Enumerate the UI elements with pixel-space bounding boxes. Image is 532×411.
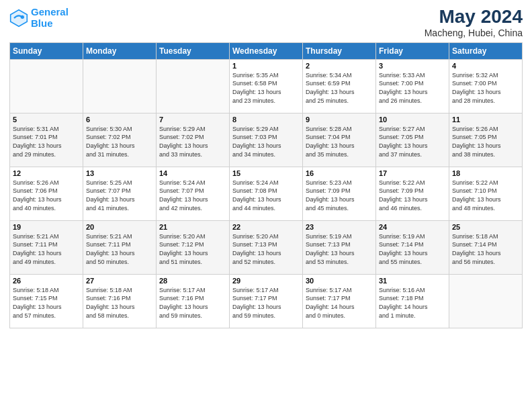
day-info: Sunrise: 5:32 AM Sunset: 7:00 PM Dayligh…	[452, 71, 519, 105]
day-cell: 4Sunrise: 5:32 AM Sunset: 7:00 PM Daylig…	[449, 59, 523, 113]
day-info: Sunrise: 5:16 AM Sunset: 7:18 PM Dayligh…	[379, 286, 446, 320]
calendar-title: May 2024	[425, 7, 523, 28]
day-number: 25	[452, 223, 519, 231]
day-cell: 21Sunrise: 5:20 AM Sunset: 7:12 PM Dayli…	[157, 220, 230, 274]
day-info: Sunrise: 5:25 AM Sunset: 7:07 PM Dayligh…	[86, 179, 153, 212]
day-info: Sunrise: 5:22 AM Sunset: 7:09 PM Dayligh…	[379, 179, 446, 212]
day-info: Sunrise: 5:26 AM Sunset: 7:05 PM Dayligh…	[452, 125, 519, 158]
day-cell: 28Sunrise: 5:17 AM Sunset: 7:16 PM Dayli…	[157, 274, 230, 328]
day-number: 12	[13, 169, 80, 177]
main-container: General Blue May 2024 Macheng, Hubei, Ch…	[0, 0, 532, 335]
day-info: Sunrise: 5:34 AM Sunset: 6:59 PM Dayligh…	[306, 71, 373, 105]
calendar-table: SundayMondayTuesdayWednesdayThursdayFrid…	[9, 42, 523, 328]
day-number: 26	[13, 277, 80, 285]
day-number: 14	[159, 169, 226, 177]
day-cell: 19Sunrise: 5:21 AM Sunset: 7:11 PM Dayli…	[10, 220, 83, 274]
day-cell	[83, 59, 157, 113]
header-sunday: Sunday	[10, 42, 83, 59]
day-info: Sunrise: 5:17 AM Sunset: 7:17 PM Dayligh…	[306, 286, 373, 320]
day-cell	[10, 59, 83, 113]
day-cell: 5Sunrise: 5:31 AM Sunset: 7:01 PM Daylig…	[10, 113, 83, 167]
day-info: Sunrise: 5:23 AM Sunset: 7:09 PM Dayligh…	[306, 179, 373, 212]
day-number: 5	[13, 116, 80, 124]
header-monday: Monday	[83, 42, 157, 59]
day-info: Sunrise: 5:24 AM Sunset: 7:08 PM Dayligh…	[232, 179, 300, 212]
day-cell: 15Sunrise: 5:24 AM Sunset: 7:08 PM Dayli…	[230, 167, 303, 220]
day-cell: 24Sunrise: 5:19 AM Sunset: 7:14 PM Dayli…	[376, 220, 449, 274]
day-cell: 7Sunrise: 5:29 AM Sunset: 7:02 PM Daylig…	[157, 113, 230, 167]
day-number: 11	[452, 116, 519, 124]
day-number: 17	[379, 169, 446, 177]
day-number: 31	[379, 277, 446, 285]
day-number: 15	[232, 169, 300, 177]
day-cell: 3Sunrise: 5:33 AM Sunset: 7:00 PM Daylig…	[376, 59, 449, 113]
day-info: Sunrise: 5:17 AM Sunset: 7:17 PM Dayligh…	[232, 286, 300, 320]
week-row-3: 19Sunrise: 5:21 AM Sunset: 7:11 PM Dayli…	[10, 220, 523, 274]
day-cell: 29Sunrise: 5:17 AM Sunset: 7:17 PM Dayli…	[230, 274, 303, 328]
day-info: Sunrise: 5:20 AM Sunset: 7:13 PM Dayligh…	[232, 232, 300, 266]
day-cell: 1Sunrise: 5:35 AM Sunset: 6:58 PM Daylig…	[230, 59, 303, 113]
logo: General Blue	[9, 7, 69, 29]
day-number: 9	[306, 116, 373, 124]
day-info: Sunrise: 5:19 AM Sunset: 7:14 PM Dayligh…	[379, 232, 446, 266]
header-thursday: Thursday	[303, 42, 376, 59]
header-friday: Friday	[376, 42, 449, 59]
day-number: 10	[379, 116, 446, 124]
day-number: 7	[159, 116, 226, 124]
day-number: 18	[452, 169, 519, 177]
day-number: 1	[232, 62, 300, 70]
day-info: Sunrise: 5:35 AM Sunset: 6:58 PM Dayligh…	[232, 71, 300, 105]
day-cell: 25Sunrise: 5:18 AM Sunset: 7:14 PM Dayli…	[449, 220, 523, 274]
header-wednesday: Wednesday	[230, 42, 303, 59]
day-number: 2	[306, 62, 373, 70]
day-number: 16	[306, 169, 373, 177]
week-row-4: 26Sunrise: 5:18 AM Sunset: 7:15 PM Dayli…	[10, 274, 523, 328]
day-cell: 12Sunrise: 5:26 AM Sunset: 7:06 PM Dayli…	[10, 167, 83, 220]
calendar-subtitle: Macheng, Hubei, China	[425, 28, 523, 38]
svg-point-2	[21, 15, 24, 18]
day-cell: 30Sunrise: 5:17 AM Sunset: 7:17 PM Dayli…	[303, 274, 376, 328]
day-number: 23	[306, 223, 373, 231]
day-info: Sunrise: 5:21 AM Sunset: 7:11 PM Dayligh…	[13, 232, 80, 266]
day-cell	[157, 59, 230, 113]
day-info: Sunrise: 5:27 AM Sunset: 7:05 PM Dayligh…	[379, 125, 446, 158]
day-cell: 23Sunrise: 5:19 AM Sunset: 7:13 PM Dayli…	[303, 220, 376, 274]
day-number: 24	[379, 223, 446, 231]
day-cell: 27Sunrise: 5:18 AM Sunset: 7:16 PM Dayli…	[83, 274, 157, 328]
day-number: 20	[86, 223, 153, 231]
day-info: Sunrise: 5:29 AM Sunset: 7:02 PM Dayligh…	[159, 125, 226, 158]
day-info: Sunrise: 5:17 AM Sunset: 7:16 PM Dayligh…	[159, 286, 226, 320]
day-cell: 6Sunrise: 5:30 AM Sunset: 7:02 PM Daylig…	[83, 113, 157, 167]
day-info: Sunrise: 5:22 AM Sunset: 7:10 PM Dayligh…	[452, 179, 519, 212]
day-info: Sunrise: 5:24 AM Sunset: 7:07 PM Dayligh…	[159, 179, 226, 212]
header-row: General Blue May 2024 Macheng, Hubei, Ch…	[9, 7, 523, 38]
header-saturday: Saturday	[449, 42, 523, 59]
day-info: Sunrise: 5:31 AM Sunset: 7:01 PM Dayligh…	[13, 125, 80, 158]
day-number: 30	[306, 277, 373, 285]
header-row-days: SundayMondayTuesdayWednesdayThursdayFrid…	[10, 42, 523, 59]
day-cell: 11Sunrise: 5:26 AM Sunset: 7:05 PM Dayli…	[449, 113, 523, 167]
day-number: 27	[86, 277, 153, 285]
day-number: 3	[379, 62, 446, 70]
day-number: 28	[159, 277, 226, 285]
day-info: Sunrise: 5:21 AM Sunset: 7:11 PM Dayligh…	[86, 232, 153, 266]
day-number: 13	[86, 169, 153, 177]
day-info: Sunrise: 5:18 AM Sunset: 7:16 PM Dayligh…	[86, 286, 153, 320]
day-info: Sunrise: 5:18 AM Sunset: 7:14 PM Dayligh…	[452, 232, 519, 266]
week-row-1: 5Sunrise: 5:31 AM Sunset: 7:01 PM Daylig…	[10, 113, 523, 167]
day-info: Sunrise: 5:19 AM Sunset: 7:13 PM Dayligh…	[306, 232, 373, 266]
day-info: Sunrise: 5:18 AM Sunset: 7:15 PM Dayligh…	[13, 286, 80, 320]
day-number: 19	[13, 223, 80, 231]
day-info: Sunrise: 5:26 AM Sunset: 7:06 PM Dayligh…	[13, 179, 80, 212]
week-row-2: 12Sunrise: 5:26 AM Sunset: 7:06 PM Dayli…	[10, 167, 523, 220]
day-info: Sunrise: 5:28 AM Sunset: 7:04 PM Dayligh…	[306, 125, 373, 158]
day-cell: 16Sunrise: 5:23 AM Sunset: 7:09 PM Dayli…	[303, 167, 376, 220]
day-cell: 14Sunrise: 5:24 AM Sunset: 7:07 PM Dayli…	[157, 167, 230, 220]
day-cell: 22Sunrise: 5:20 AM Sunset: 7:13 PM Dayli…	[230, 220, 303, 274]
logo-text: General Blue	[31, 7, 69, 29]
day-cell: 20Sunrise: 5:21 AM Sunset: 7:11 PM Dayli…	[83, 220, 157, 274]
day-cell: 13Sunrise: 5:25 AM Sunset: 7:07 PM Dayli…	[83, 167, 157, 220]
day-number: 29	[232, 277, 300, 285]
day-info: Sunrise: 5:20 AM Sunset: 7:12 PM Dayligh…	[159, 232, 226, 266]
week-row-0: 1Sunrise: 5:35 AM Sunset: 6:58 PM Daylig…	[10, 59, 523, 113]
